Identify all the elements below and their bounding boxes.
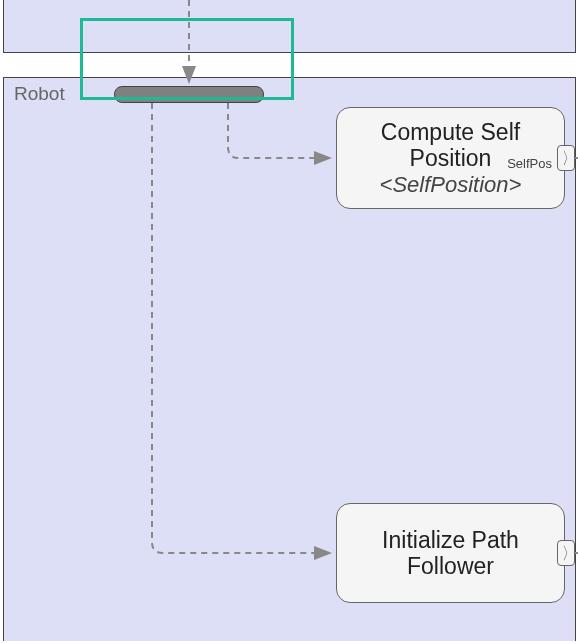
node-title-line: Compute Self: [337, 119, 564, 145]
region-label: Robot: [14, 83, 65, 105]
node-subtitle: <SelfPosition>: [337, 171, 564, 197]
chevron-right-icon: 〉: [562, 543, 576, 565]
node-title-line: Initialize Path: [337, 527, 564, 553]
diagram-canvas: Robot Compute Self Position <SelfPositio…: [0, 0, 578, 643]
output-port[interactable]: 〉: [557, 540, 575, 566]
node-content: Initialize Path Follower: [337, 527, 564, 580]
chevron-right-icon: 〉: [562, 148, 576, 170]
port-label: SelfPos: [507, 156, 552, 171]
node-initialize-path-follower[interactable]: Initialize Path Follower 〉: [336, 503, 565, 603]
node-title-line: Follower: [337, 553, 564, 579]
output-port[interactable]: 〉: [557, 145, 575, 171]
node-compute-self-position[interactable]: Compute Self Position <SelfPosition> Sel…: [336, 107, 565, 209]
selection-highlight: [80, 18, 294, 100]
